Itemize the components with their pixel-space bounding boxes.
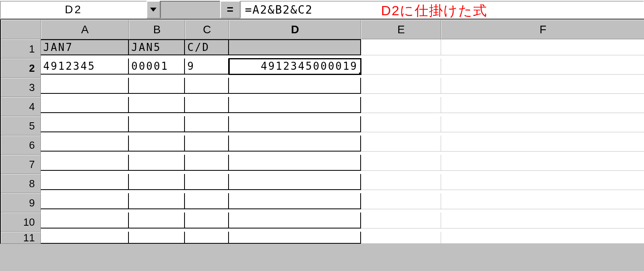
cell-E4[interactable]: [361, 97, 441, 113]
formula-bar-spacer: [160, 1, 220, 18]
cell-B7[interactable]: [129, 155, 185, 171]
col-header-D[interactable]: D: [229, 20, 361, 39]
col-header-C[interactable]: C: [185, 20, 229, 39]
cell-D7[interactable]: [229, 155, 361, 171]
cell-D5[interactable]: [229, 116, 361, 132]
row-header-3[interactable]: 3: [1, 78, 41, 97]
row-header-10[interactable]: 10: [1, 212, 41, 232]
name-box-wrap: D2: [0, 1, 160, 18]
cell-D8[interactable]: [229, 174, 361, 190]
formula-bar: D2 = =A2&B2&C2 D2に仕掛けた式: [0, 0, 644, 19]
chevron-down-icon: [150, 8, 156, 12]
col-header-F[interactable]: F: [441, 20, 644, 39]
col-header-B[interactable]: B: [129, 20, 185, 39]
cell-A4[interactable]: [41, 97, 129, 113]
cell-D6[interactable]: [229, 136, 361, 152]
cell-C2[interactable]: 9: [185, 59, 229, 75]
cell-F5[interactable]: [441, 116, 644, 132]
cell-C9[interactable]: [185, 193, 229, 209]
cell-C1[interactable]: C/D: [185, 39, 229, 55]
row-header-11[interactable]: 11: [1, 232, 41, 244]
row-header-6[interactable]: 6: [1, 136, 41, 155]
cell-C4[interactable]: [185, 97, 229, 113]
cell-F7[interactable]: [441, 155, 644, 171]
cell-A11[interactable]: [41, 232, 129, 244]
cell-F3[interactable]: [441, 78, 644, 94]
name-box-dropdown-button[interactable]: [146, 1, 160, 18]
cell-D2[interactable]: 4912345000019: [229, 59, 361, 75]
cell-A7[interactable]: [41, 155, 129, 171]
cell-B2[interactable]: 00001: [129, 59, 185, 75]
cell-B3[interactable]: [129, 78, 185, 94]
cell-A5[interactable]: [41, 116, 129, 132]
cell-E8[interactable]: [361, 174, 441, 190]
cell-E9[interactable]: [361, 193, 441, 209]
cell-C6[interactable]: [185, 136, 229, 152]
cell-A9[interactable]: [41, 193, 129, 209]
cell-E11[interactable]: [361, 232, 441, 244]
cell-C11[interactable]: [185, 232, 229, 244]
cell-B6[interactable]: [129, 136, 185, 152]
annotation-text: D2に仕掛けた式: [381, 2, 488, 20]
cell-E10[interactable]: [361, 212, 441, 229]
cell-F9[interactable]: [441, 193, 644, 209]
cell-B4[interactable]: [129, 97, 185, 113]
cell-A1[interactable]: JAN7: [41, 39, 129, 55]
name-box[interactable]: D2: [0, 1, 146, 18]
formula-text: =A2&B2&C2: [245, 3, 313, 16]
row-header-9[interactable]: 9: [1, 193, 41, 212]
cell-C3[interactable]: [185, 78, 229, 94]
row-header-2[interactable]: 2: [1, 59, 41, 78]
col-header-A[interactable]: A: [41, 20, 129, 39]
cell-A2[interactable]: 4912345: [41, 59, 129, 75]
cell-F10[interactable]: [441, 212, 644, 229]
cell-B8[interactable]: [129, 174, 185, 190]
row-header-4[interactable]: 4: [1, 97, 41, 116]
cell-C8[interactable]: [185, 174, 229, 190]
cell-A8[interactable]: [41, 174, 129, 190]
cell-F11[interactable]: [441, 232, 644, 244]
cell-B5[interactable]: [129, 116, 185, 132]
cell-B10[interactable]: [129, 212, 185, 229]
cell-E6[interactable]: [361, 136, 441, 152]
cell-C7[interactable]: [185, 155, 229, 171]
cell-D4[interactable]: [229, 97, 361, 113]
cell-F2[interactable]: [441, 59, 644, 75]
cell-D3[interactable]: [229, 78, 361, 94]
row-header-8[interactable]: 8: [1, 174, 41, 193]
cell-F1[interactable]: [441, 39, 644, 55]
cell-D9[interactable]: [229, 193, 361, 209]
spreadsheet-grid[interactable]: A B C D E F 1 JAN7 JAN5 C/D 2 4912345 00…: [0, 19, 644, 244]
formula-input[interactable]: =A2&B2&C2 D2に仕掛けた式: [240, 1, 644, 18]
cell-B9[interactable]: [129, 193, 185, 209]
cell-E3[interactable]: [361, 78, 441, 94]
cell-F4[interactable]: [441, 97, 644, 113]
cell-E7[interactable]: [361, 155, 441, 171]
row-header-7[interactable]: 7: [1, 155, 41, 174]
cell-D1[interactable]: [229, 39, 361, 55]
cell-A3[interactable]: [41, 78, 129, 94]
cell-D10[interactable]: [229, 212, 361, 229]
row-header-1[interactable]: 1: [1, 39, 41, 59]
col-header-E[interactable]: E: [361, 20, 441, 39]
cell-B1[interactable]: JAN5: [129, 39, 185, 55]
cell-E1[interactable]: [361, 39, 441, 55]
select-all-corner[interactable]: [1, 20, 41, 39]
cell-C5[interactable]: [185, 116, 229, 132]
cell-D11[interactable]: [229, 232, 361, 244]
cell-E5[interactable]: [361, 116, 441, 132]
row-header-5[interactable]: 5: [1, 116, 41, 136]
cell-E2[interactable]: [361, 59, 441, 75]
cell-F6[interactable]: [441, 136, 644, 152]
equals-button[interactable]: =: [220, 1, 240, 18]
cell-F8[interactable]: [441, 174, 644, 190]
cell-C10[interactable]: [185, 212, 229, 229]
cell-B11[interactable]: [129, 232, 185, 244]
cell-A10[interactable]: [41, 212, 129, 229]
cell-A6[interactable]: [41, 136, 129, 152]
